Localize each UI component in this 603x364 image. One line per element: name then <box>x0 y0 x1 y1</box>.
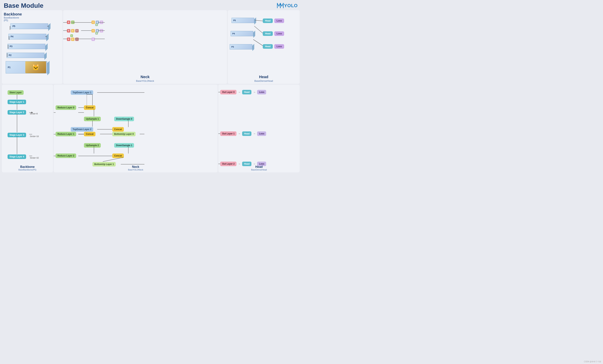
backbone-connectors-svg <box>2 85 53 172</box>
loss-box-1: Loss <box>274 31 284 36</box>
neck-node-o2: O <box>100 29 103 33</box>
head-bottom-connectors <box>218 85 300 172</box>
stage-layer-2-box: Stage Layer 2 <box>8 110 26 115</box>
concat-2: Concat <box>112 127 124 132</box>
page-title: Base Module YOLO <box>0 0 302 10</box>
neck-node-d1: D <box>95 23 98 26</box>
neck-footer: Neck BaseYOLONeck <box>63 75 227 82</box>
backbone-p3-layer: P3 <box>8 44 45 49</box>
head-box-2: Head <box>263 44 273 49</box>
downsample-0: DownSample 0 <box>114 117 134 121</box>
neck-node-r3: R <box>67 38 70 41</box>
logo: YOLO <box>277 3 298 9</box>
backbone-p2-layer: P2 <box>7 53 45 58</box>
bot-head-footer: Head BaseDenseHead <box>218 165 300 171</box>
upsample-2: UpSample 2 <box>84 143 101 148</box>
upsample-1: UpSample 1 <box>84 117 101 121</box>
neck-node-c1: C <box>92 21 95 24</box>
neck-node-t3: T <box>75 38 79 41</box>
loss-box-2: Loss <box>274 44 284 49</box>
head-footer: Head BaseDenseHead <box>228 75 300 82</box>
neck-node-o1: O <box>100 21 103 24</box>
neck-node-d2: D <box>95 32 98 34</box>
neck-node-o3: O <box>92 38 95 41</box>
top-neck-panel: R U C B O D R C T C B O D U R C <box>63 10 227 84</box>
neck-node-c4: C <box>71 38 74 41</box>
head-p3: P3 <box>230 44 252 49</box>
logo-icon <box>277 3 284 9</box>
loss-box-0: Loss <box>274 19 284 23</box>
stride-16-label: Stride=16 <box>30 135 39 137</box>
concat-1: Concat <box>84 105 95 110</box>
reduce-layer-0: Reduce Layer 0 <box>56 105 76 110</box>
stride-8-label: Stride=8 <box>30 112 38 115</box>
backbone-sublabel2: (P5) <box>4 19 60 22</box>
neck-node-c3: C <box>92 29 95 33</box>
neck-node-u1: U <box>71 21 74 24</box>
stage-layer-3-box: Stage Layer 3 <box>8 133 26 137</box>
backbone-sublabel: BaseBackbone <box>4 16 60 19</box>
head-box-1: Head <box>263 31 273 36</box>
bot-head-panel: Out Layer 0 → Head → Loss Out Layer 1 → … <box>218 85 300 172</box>
bottomup-0: BottomUp Layer 0 <box>112 132 136 136</box>
backbone-p5-layer: P5 <box>10 23 48 29</box>
head-p4: P4 <box>231 31 253 36</box>
bot-neck-panel: TopDown Layer 1 Reduce Layer 0 Concat Up… <box>54 85 218 172</box>
top-head-panel: P5 P4 P3 Head Loss Head Loss Head Loss <box>228 10 300 84</box>
backbone-label: Backbone <box>4 12 60 16</box>
head-box-0: Head <box>263 19 273 23</box>
bot-backbone-panel: Stem Layer Stage Layer 1 Stage Layer 2 S… <box>2 85 53 172</box>
neck-node-c2: C <box>71 29 74 33</box>
neck-node-t2: T <box>75 29 79 33</box>
topdown-layer-1: TopDown Layer 1 <box>71 90 93 95</box>
top-backbone-panel: Backbone BaseBackbone (P5) P5 P4 P3 P2 P… <box>2 10 62 84</box>
backbone-p1-layer: P1 🐱 <box>6 61 47 73</box>
neck-node-r2: R <box>67 29 70 33</box>
backbone-p4-layer: P4 <box>9 34 46 39</box>
topdown-layer-2: TopDown Layer 2 <box>71 127 93 132</box>
logo-yolo: YOLO <box>284 3 298 8</box>
neck-node-u2: U <box>70 34 73 37</box>
stride-32-label: Stride=32 <box>30 157 39 159</box>
neck-connectors-svg <box>63 10 227 84</box>
bot-backbone-footer: Backbone BaseBackbone(P5) <box>2 165 53 171</box>
head-row-0: Out Layer 0 → Head → Loss <box>220 90 266 94</box>
concat-4: Concat <box>112 154 124 158</box>
neck-node-r1: R <box>67 21 70 24</box>
downsample-1: DownSample 1 <box>114 143 134 148</box>
head-row-1: Out Layer 1 → Head → Loss <box>220 132 266 136</box>
stem-layer-box: Stem Layer <box>8 90 24 95</box>
head-p5: P5 <box>232 18 254 23</box>
bot-neck-footer: Neck BaseYOLONeck <box>54 165 218 171</box>
stage-layer-4-box: Stage Layer 4 <box>8 154 26 159</box>
stage-layer-1-box: Stage Layer 1 <box>8 100 26 104</box>
concat-3: Concat <box>84 132 95 136</box>
reduce-layer-2: Reduce Layer 2 <box>56 154 76 158</box>
reduce-layer-1: Reduce Layer 1 <box>56 132 76 136</box>
